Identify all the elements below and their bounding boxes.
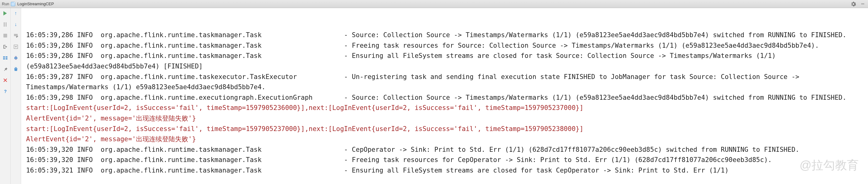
stop-button[interactable] — [2, 32, 9, 39]
print-icon — [13, 56, 18, 61]
scroll-end-icon — [13, 44, 18, 49]
log-line: 16:05:39,287 INFO org.apache.flink.runti… — [26, 72, 866, 93]
log-line: start:[LogInEvent{userId=2, isSuccess='f… — [26, 124, 866, 135]
scroll-to-end-button[interactable] — [12, 43, 19, 50]
log-line: 16:05:39,286 INFO org.apache.flink.runti… — [26, 41, 866, 51]
soft-wrap-button[interactable] — [12, 32, 19, 39]
run-label: Run — [2, 2, 9, 6]
console-output[interactable]: 16:05:39,286 INFO org.apache.flink.runti… — [21, 8, 868, 184]
close-icon — [3, 78, 8, 83]
title-bar: Run LoginStreamingCEP — [0, 0, 868, 8]
gear-icon — [851, 2, 856, 6]
svg-rect-8 — [15, 59, 17, 60]
svg-rect-0 — [3, 57, 5, 58]
log-line: 16:05:39,286 INFO org.apache.flink.runti… — [26, 30, 866, 41]
log-line: 16:05:39,298 INFO org.apache.flink.runti… — [26, 93, 866, 103]
run-gutter-right: ↑ ↓ — [10, 8, 21, 184]
pin-icon — [3, 67, 8, 72]
up-button[interactable]: ↑ — [12, 10, 19, 17]
svg-rect-7 — [15, 56, 17, 57]
log-line: 16:05:39,321 INFO org.apache.flink.runti… — [26, 165, 866, 176]
play-icon — [3, 11, 7, 15]
close-button[interactable] — [2, 77, 9, 84]
log-line: 16:05:39,286 INFO org.apache.flink.runti… — [26, 51, 866, 72]
exit-button[interactable] — [2, 43, 9, 50]
minimize-icon — [861, 3, 864, 4]
clear-all-button[interactable] — [12, 66, 19, 72]
log-line: 16:05:39,320 INFO org.apache.flink.runti… — [26, 155, 866, 165]
log-line: 16:05:39,320 INFO org.apache.flink.runti… — [26, 145, 866, 155]
pin-button[interactable] — [2, 66, 9, 72]
svg-rect-3 — [6, 58, 7, 60]
arrow-down-icon: ↓ — [14, 22, 17, 27]
help-icon: ? — [3, 89, 8, 94]
svg-rect-2 — [3, 58, 5, 60]
settings-button[interactable] — [850, 1, 857, 7]
svg-rect-1 — [6, 57, 7, 58]
pause-button[interactable] — [2, 21, 9, 28]
arrow-up-icon: ↑ — [14, 10, 17, 16]
hide-button[interactable] — [859, 1, 866, 7]
stop-icon — [3, 34, 7, 37]
log-line: start:[LogInEvent{userId=2, isSuccess='f… — [26, 103, 866, 113]
log-line: AlertEvent{id='2', message='出现连续登陆失败'} — [26, 113, 866, 124]
rerun-button[interactable] — [2, 10, 9, 17]
trash-icon — [13, 67, 18, 72]
layout-icon — [3, 56, 8, 61]
run-gutter-left: ? — [0, 8, 10, 184]
soft-wrap-icon — [13, 33, 18, 38]
down-button[interactable]: ↓ — [12, 21, 19, 28]
file-icon — [10, 2, 16, 6]
log-line: AlertEvent{id='2', message='出现连续登陆失败'} — [26, 134, 866, 145]
run-config-name: LoginStreamingCEP — [18, 2, 54, 6]
help-button[interactable]: ? — [2, 88, 9, 95]
svg-text:?: ? — [4, 89, 7, 94]
pause-icon — [4, 22, 6, 27]
print-button[interactable] — [12, 54, 19, 61]
exit-icon — [3, 44, 8, 49]
layout-button[interactable] — [2, 54, 9, 61]
